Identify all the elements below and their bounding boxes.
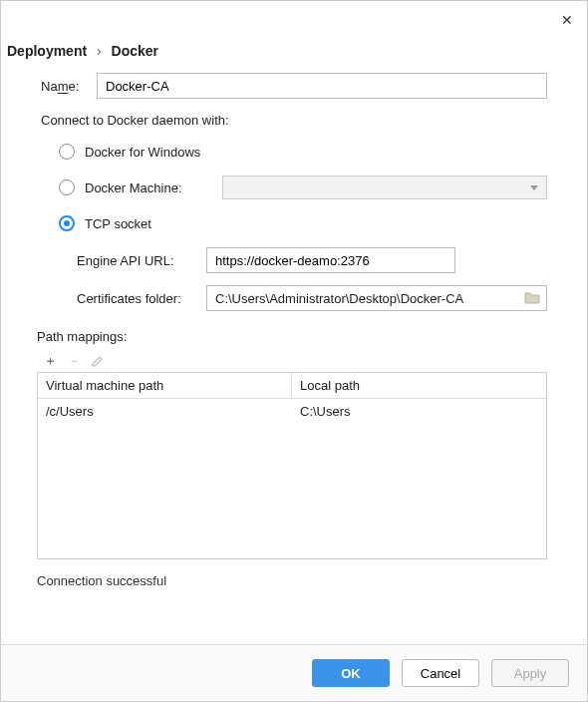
column-header-vm-path[interactable]: Virtual machine path bbox=[38, 373, 292, 398]
table-row[interactable]: /c/UsersC:\Users bbox=[38, 399, 546, 424]
path-mappings-toolbar: ＋ － bbox=[37, 350, 547, 372]
radio-docker-for-windows[interactable] bbox=[59, 144, 75, 160]
breadcrumb: Deployment › Docker bbox=[1, 37, 587, 73]
path-mappings-table: Virtual machine path Local path /c/Users… bbox=[37, 372, 547, 559]
dialog-footer: OK Cancel Apply bbox=[1, 644, 587, 701]
certificates-folder-label: Certificates folder: bbox=[77, 291, 206, 306]
name-input[interactable] bbox=[97, 73, 547, 99]
docker-machine-select[interactable] bbox=[222, 176, 547, 199]
chevron-down-icon bbox=[530, 185, 538, 190]
table-body: /c/UsersC:\Users bbox=[38, 399, 546, 558]
engine-api-url-label: Engine API URL: bbox=[77, 253, 206, 268]
radio-tcp-socket-label[interactable]: TCP socket bbox=[85, 216, 151, 231]
certificates-folder-input[interactable]: C:\Users\Administrator\Desktop\Docker-CA bbox=[206, 285, 547, 311]
ok-button[interactable]: OK bbox=[312, 659, 390, 687]
add-mapping-button[interactable]: ＋ bbox=[43, 354, 57, 368]
certificates-folder-value: C:\Users\Administrator\Desktop\Docker-CA bbox=[215, 291, 524, 306]
name-label: Name: bbox=[41, 79, 97, 94]
table-header: Virtual machine path Local path bbox=[38, 373, 546, 399]
cell-local-path: C:\Users bbox=[292, 399, 546, 424]
radio-docker-for-windows-label[interactable]: Docker for Windows bbox=[85, 145, 200, 160]
breadcrumb-separator: › bbox=[97, 43, 102, 59]
close-icon[interactable] bbox=[561, 12, 575, 26]
connect-label: Connect to Docker daemon with: bbox=[41, 113, 547, 128]
connection-status: Connection successful bbox=[37, 573, 547, 588]
edit-mapping-button bbox=[91, 354, 105, 368]
remove-mapping-button: － bbox=[67, 354, 81, 368]
path-mappings-label: Path mappings: bbox=[37, 329, 547, 344]
cell-vm-path: /c/Users bbox=[38, 399, 292, 424]
apply-button: Apply bbox=[491, 659, 569, 687]
radio-docker-machine[interactable] bbox=[59, 179, 75, 195]
column-header-local-path[interactable]: Local path bbox=[292, 373, 546, 398]
engine-api-url-input[interactable] bbox=[206, 247, 455, 273]
content-panel: Name: Connect to Docker daemon with: Doc… bbox=[1, 73, 587, 644]
titlebar bbox=[1, 1, 587, 37]
cancel-button[interactable]: Cancel bbox=[402, 659, 479, 687]
breadcrumb-current: Docker bbox=[112, 43, 158, 59]
tcp-socket-fields: Engine API URL: Certificates folder: C:\… bbox=[41, 247, 547, 323]
connect-radio-group: Docker for Windows Docker Machine: TCP s… bbox=[41, 140, 547, 247]
radio-docker-machine-label[interactable]: Docker Machine: bbox=[85, 180, 182, 195]
settings-dialog: Deployment › Docker Name: Connect to Doc… bbox=[0, 0, 588, 702]
radio-tcp-socket[interactable] bbox=[59, 215, 75, 231]
folder-browse-icon[interactable] bbox=[524, 291, 540, 305]
breadcrumb-parent[interactable]: Deployment bbox=[7, 43, 87, 59]
